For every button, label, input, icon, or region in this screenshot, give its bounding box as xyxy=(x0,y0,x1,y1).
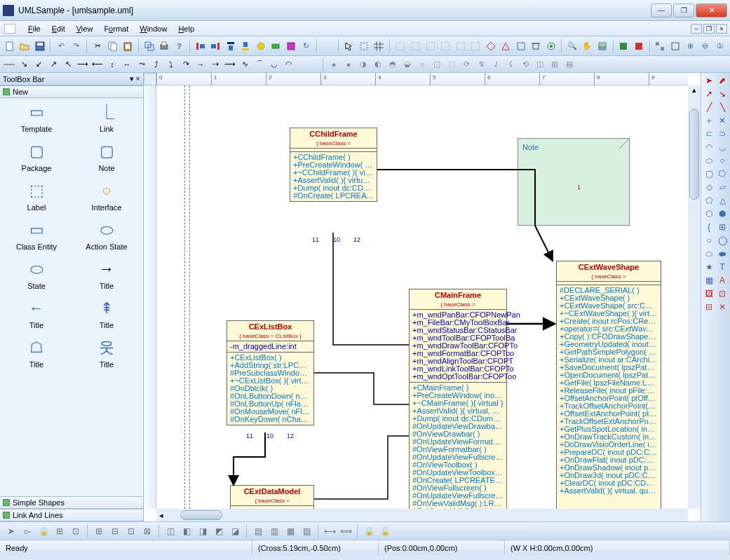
select-icon[interactable] xyxy=(342,39,356,53)
bottom-tool-19[interactable]: ▦ xyxy=(283,524,297,538)
zoomout-icon[interactable]: ⊖ xyxy=(698,39,712,53)
shape15-icon[interactable]: ◫ xyxy=(534,58,546,71)
undo-icon[interactable]: ↶ xyxy=(54,39,67,53)
conn13-icon[interactable]: ↷ xyxy=(180,58,192,71)
print-icon[interactable] xyxy=(157,39,170,53)
shape5-icon[interactable]: ◓ xyxy=(386,58,399,71)
fit-icon[interactable] xyxy=(668,39,682,53)
shape9-icon[interactable]: ⬚ xyxy=(445,58,458,71)
palette-tool-14[interactable]: ▢ xyxy=(703,168,715,180)
shape17-icon[interactable]: ▤ xyxy=(563,58,576,71)
palette-tool-0[interactable]: ➤ xyxy=(703,74,715,87)
shape11-icon[interactable]: ↯ xyxy=(475,58,487,71)
canvas[interactable]: CChildFrame{ baseClass = +CChildFrame( )… xyxy=(156,86,688,509)
conn6-icon[interactable]: ⟶ xyxy=(76,58,89,71)
bottom-tool-13[interactable]: ◨ xyxy=(196,524,210,538)
bottom-tool-1[interactable]: ▻ xyxy=(20,524,34,538)
bottom-tool-4[interactable]: ⊡ xyxy=(69,524,83,538)
conn12-icon[interactable]: ⤵ xyxy=(165,58,177,71)
conn7-icon[interactable]: ⟵ xyxy=(91,58,104,71)
menu-window[interactable]: Window xyxy=(134,23,173,34)
conn2-icon[interactable]: ↘ xyxy=(18,58,30,71)
menu-file[interactable]: File xyxy=(22,23,46,34)
conn9-icon[interactable]: ↔ xyxy=(121,58,133,71)
bottom-tool-9[interactable]: ⊠ xyxy=(140,524,154,538)
palette-tool-21[interactable]: ⬢ xyxy=(716,207,729,220)
palette-tool-10[interactable]: ◠ xyxy=(703,141,715,153)
toolbox-item[interactable]: ⎿Link xyxy=(73,104,140,133)
uml-note[interactable]: Note xyxy=(518,138,630,226)
uml-class[interactable]: CExtDataModel{ baseClass = xyxy=(230,485,314,509)
toolbox-item[interactable]: ▭Class Entity xyxy=(3,221,70,251)
align-left-icon[interactable] xyxy=(194,39,207,53)
bottom-tool-7[interactable]: ⊟ xyxy=(108,524,122,538)
guideline-v[interactable] xyxy=(184,86,185,509)
palette-tool-19[interactable]: △ xyxy=(716,194,729,207)
palette-tool-2[interactable]: ↗ xyxy=(703,88,715,100)
snap5-icon[interactable] xyxy=(454,39,467,53)
toolbox-item[interactable]: ⬚Label xyxy=(3,182,70,212)
palette-tool-29[interactable]: T xyxy=(716,261,729,273)
shape1-icon[interactable]: ● xyxy=(327,58,340,71)
mdi-close[interactable]: × xyxy=(716,24,727,34)
menu-help[interactable]: Help xyxy=(173,23,200,34)
shape6-icon[interactable]: ◒ xyxy=(401,58,414,71)
palette-tool-26[interactable]: ⬭ xyxy=(703,247,715,260)
shape10-icon[interactable]: ⟳ xyxy=(460,58,473,71)
toolbox-item[interactable]: ☖Title xyxy=(3,339,70,369)
save-icon[interactable] xyxy=(33,39,46,53)
cascade-icon[interactable] xyxy=(142,39,156,53)
bottom-tool-26[interactable]: 🔓 xyxy=(378,524,392,538)
toolbox-item[interactable]: ⇞Title xyxy=(73,300,140,329)
polygon-icon[interactable] xyxy=(484,39,497,53)
palette-tool-30[interactable]: ▦ xyxy=(703,274,715,287)
palette-tool-11[interactable]: ◡ xyxy=(716,141,729,153)
group-icon[interactable] xyxy=(654,39,667,53)
shape8-icon[interactable]: ▢ xyxy=(431,58,443,71)
conn15-icon[interactable]: ⇢ xyxy=(209,58,222,71)
conn19-icon[interactable]: ◡ xyxy=(268,58,280,71)
align-right-icon[interactable] xyxy=(209,39,222,53)
shape2-icon[interactable]: ● xyxy=(342,58,355,71)
conn16-icon[interactable]: ⟿ xyxy=(224,58,236,71)
palette-tool-35[interactable]: ✕ xyxy=(716,301,729,313)
menu-view[interactable]: View xyxy=(71,23,99,34)
palette-tool-23[interactable]: ⊞ xyxy=(716,221,729,233)
conn3-icon[interactable]: ↙ xyxy=(32,58,45,71)
palette-tool-9[interactable]: ⊃ xyxy=(716,128,729,140)
palette-tool-13[interactable]: ○ xyxy=(716,154,729,167)
shape-magenta-icon[interactable] xyxy=(284,39,297,53)
palette-tool-22[interactable]: { xyxy=(703,221,715,233)
palette-tool-12[interactable]: ⬭ xyxy=(703,154,715,167)
conn20-icon[interactable]: ◠ xyxy=(283,58,295,71)
zoom-tool-icon[interactable]: 🔍 xyxy=(565,39,579,53)
toolbox-item[interactable]: ▭Template xyxy=(3,104,70,133)
toolbox-section-simple[interactable]: Simple Shapes xyxy=(0,496,143,509)
palette-tool-25[interactable]: ◯ xyxy=(716,234,729,247)
rotate-icon[interactable]: ↻ xyxy=(299,39,313,53)
toolbox-item[interactable]: ⬭State xyxy=(3,261,70,290)
toolbox-item[interactable]: ⬭Action State xyxy=(73,221,140,251)
toolbox-section-link[interactable]: Link And Lines xyxy=(0,509,143,521)
palette-tool-3[interactable]: ↘ xyxy=(716,88,729,100)
minimize-button[interactable]: — xyxy=(651,4,672,18)
align-top-icon[interactable] xyxy=(224,39,237,53)
bottom-tool-6[interactable]: ⊞ xyxy=(92,524,106,538)
guideline-v2[interactable] xyxy=(189,86,190,509)
conn8-icon[interactable]: ↕ xyxy=(106,58,119,71)
conn5-icon[interactable]: ↖ xyxy=(62,58,74,71)
stop-icon[interactable] xyxy=(632,39,645,53)
toolbox-close-icon[interactable]: × xyxy=(136,74,140,83)
palette-tool-31[interactable]: A xyxy=(716,274,729,287)
palette-tool-28[interactable]: ★ xyxy=(703,261,715,273)
palette-tool-15[interactable]: ⭔ xyxy=(716,168,729,180)
snap1-icon[interactable] xyxy=(393,39,407,53)
zoomin-icon[interactable]: ⊕ xyxy=(684,39,697,53)
snap2-icon[interactable] xyxy=(408,39,421,53)
bottom-tool-23[interactable]: ⟺ xyxy=(339,524,353,538)
bottom-tool-25[interactable]: 🔒 xyxy=(362,524,376,538)
go-icon[interactable] xyxy=(617,39,630,53)
conn17-icon[interactable]: ∿ xyxy=(238,58,251,71)
bottom-tool-11[interactable]: ◫ xyxy=(163,524,177,538)
shape3-icon[interactable]: ◑ xyxy=(357,58,370,71)
